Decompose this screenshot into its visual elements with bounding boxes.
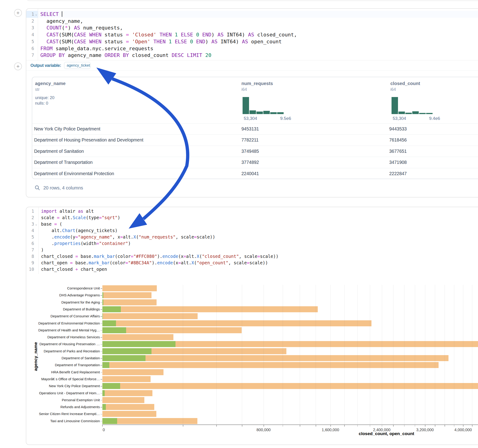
- table-cell: 3471908: [389, 157, 407, 168]
- column-header-agency_name[interactable]: agency_name: [35, 81, 65, 86]
- code-line-7[interactable]: 7): [26, 247, 478, 253]
- bar-open-count: [102, 355, 145, 361]
- x-axis-tick: [216, 425, 217, 427]
- table-cell: 2222847: [389, 168, 407, 179]
- chart-bar-row: [102, 404, 478, 411]
- chart-x-axis: [102, 424, 478, 425]
- line-number: 2: [26, 214, 38, 221]
- code-line-5[interactable]: 5 CAST(SUM(CASE WHEN status = 'Open' THE…: [26, 38, 478, 45]
- search-icon[interactable]: [35, 185, 40, 191]
- bar-open-count: [102, 320, 116, 326]
- gridline: [404, 285, 404, 424]
- code-line-2[interactable]: 2 agency_name,: [26, 18, 478, 25]
- table-body: New York City Police Department945313194…: [32, 123, 478, 179]
- table-cell: 3677651: [389, 146, 407, 157]
- histogram-num_requests: [243, 97, 284, 114]
- bar-open-count: [102, 390, 105, 396]
- table-cell: Department of Environmental Protection: [34, 168, 114, 179]
- table-footer-text: 20 rows, 4 columns: [43, 185, 83, 191]
- code-text: SELECT: [38, 11, 62, 18]
- bar-closed-count: [102, 404, 154, 410]
- output-variable-chip[interactable]: agency_tickets: [64, 62, 90, 69]
- y-axis-label: Personal Exemption Unit: [28, 397, 100, 404]
- chart-bar-row: [102, 417, 478, 424]
- table-row[interactable]: Department of Environmental Protection22…: [32, 168, 478, 179]
- bar-closed-count: [102, 390, 152, 396]
- line-number: 9: [26, 260, 38, 266]
- add-cell-button-top[interactable]: +: [14, 9, 22, 17]
- text-cursor: [62, 11, 62, 17]
- gridline: [472, 285, 472, 424]
- bar-closed-count: [102, 362, 439, 368]
- table-cell: Department of Sanitation: [34, 146, 84, 157]
- sql-code-editor[interactable]: 1⌄SELECT 2 agency_name,3 COUNT(*) AS num…: [26, 11, 478, 59]
- code-line-10[interactable]: 10chart_closed + chart_open: [26, 266, 478, 272]
- altair-chart: Correspondence UnitDHS Advantage Program…: [102, 285, 478, 424]
- line-number: 4: [26, 227, 38, 234]
- y-axis-tick: [101, 365, 102, 366]
- x-axis-tick: [242, 425, 242, 427]
- column-header-closed_count[interactable]: closed_count: [390, 81, 420, 86]
- add-cell-button-output[interactable]: +: [14, 62, 22, 70]
- chart-bar-row: [102, 383, 478, 389]
- histogram-min-label: 53,304: [244, 116, 257, 121]
- code-line-6[interactable]: 6 .properties(width="container"): [26, 240, 478, 247]
- y-axis-label: Department of Environmental Protection: [28, 320, 100, 327]
- line-number: 1: [26, 208, 38, 214]
- bar-closed-count: [102, 355, 448, 361]
- bar-closed-count: [102, 313, 198, 319]
- table-row[interactable]: Department of Transportation377489234719…: [32, 157, 478, 168]
- column-header-num_requests[interactable]: num_requests: [241, 81, 273, 86]
- code-line-4[interactable]: 4 CAST(SUM(CASE WHEN status = 'Closed' T…: [26, 31, 478, 38]
- line-number: 7: [26, 52, 38, 59]
- y-axis-tick: [101, 407, 102, 407]
- table-row[interactable]: Department of Sanitation37494853677651: [32, 146, 478, 157]
- y-axis-tick: [101, 358, 102, 359]
- bar-closed-count: [102, 299, 157, 305]
- code-line-1[interactable]: 1import altair as alt: [26, 208, 478, 214]
- code-line-4[interactable]: 4 alt.Chart(agency_tickets): [26, 227, 478, 234]
- gridline: [316, 285, 316, 424]
- chart-bar-row: [102, 313, 478, 320]
- fold-chevron-icon[interactable]: ⌄: [35, 11, 38, 18]
- x-axis-tick-label: 800,000: [256, 428, 270, 432]
- bar-closed-count: [102, 320, 371, 326]
- gridline: [415, 285, 415, 424]
- y-axis-label: Department of Transportation: [28, 361, 100, 368]
- code-line-6[interactable]: 6FROM sample_data.nyc.service_requests: [26, 45, 478, 52]
- gridline: [300, 285, 300, 424]
- x-axis-tick-label: 0: [103, 428, 105, 432]
- column-type: i64: [241, 87, 247, 92]
- column-stat: nulls: 0: [35, 101, 48, 106]
- y-axis-label: DHS Advantage Programs: [28, 292, 100, 299]
- chart-y-axis-title: agency_name: [33, 342, 38, 371]
- code-line-1[interactable]: 1⌄SELECT: [26, 11, 478, 18]
- chart-bar-row: [102, 306, 478, 313]
- code-line-3[interactable]: 3⌄base = (: [26, 221, 478, 227]
- y-axis-label: Department of Sanitation: [28, 355, 100, 361]
- column-stat: unique: 20: [35, 95, 54, 100]
- table-row[interactable]: New York City Police Department945313194…: [32, 123, 478, 134]
- bar-open-count: [102, 362, 109, 368]
- table-cell: 3774892: [241, 157, 259, 168]
- gridline: [445, 285, 445, 424]
- x-axis-tick: [344, 425, 345, 427]
- code-line-2[interactable]: 2scale = alt.Scale(type="sqrt"): [26, 214, 478, 221]
- python-code-editor[interactable]: 1import altair as alt2scale = alt.Scale(…: [26, 208, 478, 272]
- y-axis-tick: [101, 330, 102, 331]
- bar-closed-count: [102, 285, 157, 291]
- code-line-7[interactable]: 7GROUP BY agency_name ORDER BY closed_co…: [26, 52, 478, 59]
- table-cell: Department of Transportation: [34, 157, 93, 168]
- table-cell: 2240041: [241, 168, 259, 179]
- x-axis-tick: [393, 425, 394, 427]
- fold-chevron-icon[interactable]: ⌄: [35, 221, 38, 227]
- table-row[interactable]: Department of Housing Preservation and D…: [32, 134, 478, 145]
- code-line-8[interactable]: 8chart_closed = base.mark_bar(color="#FF…: [26, 253, 478, 260]
- x-axis-tick-label: 4,000,000: [454, 428, 472, 432]
- code-text: COUNT(*) AS num_requests,: [38, 25, 123, 31]
- code-line-5[interactable]: 5 .encode(y="agency_name", x=alt.X("num_…: [26, 234, 478, 240]
- code-line-3[interactable]: 3 COUNT(*) AS num_requests,: [26, 25, 478, 31]
- bar-open-count: [102, 299, 103, 305]
- x-axis-tick: [370, 425, 370, 427]
- code-line-9[interactable]: 9chart_open = base.mark_bar(color="#8BC3…: [26, 260, 478, 266]
